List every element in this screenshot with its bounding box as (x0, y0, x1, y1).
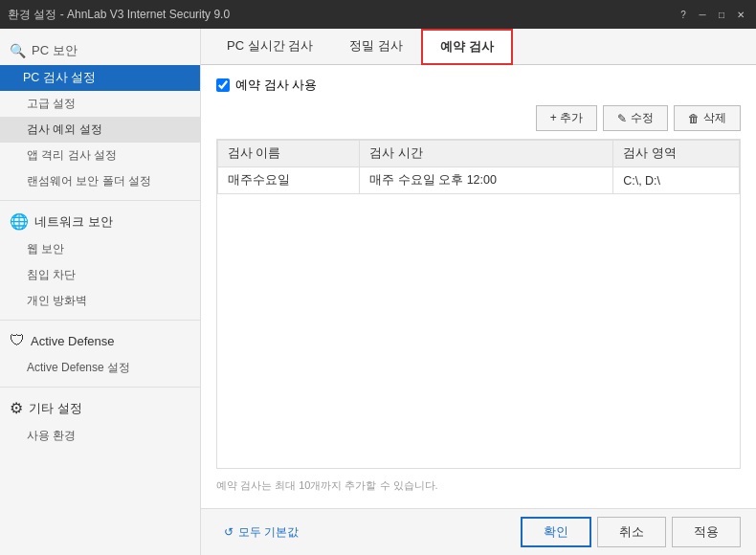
bottom-right: 확인 취소 적용 (521, 517, 741, 547)
action-buttons: + 추가 ✎ 수정 🗑 삭제 (216, 105, 741, 131)
divider-3 (0, 387, 200, 388)
sidebar-item-active-defense-settings[interactable]: Active Defense 설정 (0, 355, 200, 381)
tab-scheduled-scan[interactable]: 예약 검사 (421, 29, 513, 65)
titlebar-title: 환경 설정 - AhnLab V3 Internet Security 9.0 (8, 7, 230, 23)
other-settings-label: 기타 설정 (29, 400, 82, 417)
sidebar-section-network: 🌐 네트워크 보안 (0, 207, 200, 236)
maximize-button[interactable]: □ (714, 7, 729, 22)
main-window: 🔍 PC 보안 PC 검사 설정 고급 설정 검사 예외 설정 앱 격리 검사 … (0, 29, 756, 555)
sidebar-item-web-security[interactable]: 웹 보안 (0, 236, 200, 262)
network-icon: 🌐 (10, 212, 29, 231)
active-defense-label: Active Defense (31, 334, 114, 348)
enable-scheduled-scan-row: 예약 검사 사용 (216, 77, 741, 94)
col-header-time: 검사 시간 (360, 141, 613, 167)
bottom-bar: ↺ 모두 기본값 확인 취소 적용 (201, 508, 756, 555)
trash-icon: 🗑 (688, 112, 700, 125)
sidebar-label-ransomware: 랜섬웨어 보안 폴더 설정 (27, 174, 151, 188)
sidebar-label-web-security: 웹 보안 (27, 242, 64, 255)
table-cell-time: 매주 수요일 오후 12:00 (360, 167, 613, 194)
sidebar-label-scan-exception: 검사 예외 설정 (27, 122, 102, 136)
edit-button[interactable]: ✎ 수정 (603, 105, 668, 131)
divider-1 (0, 200, 200, 201)
shield-icon: 🛡 (10, 332, 25, 349)
table-row[interactable]: 매주수요일매주 수요일 오후 12:00C:\, D:\ (218, 167, 740, 194)
minimize-button[interactable]: ─ (695, 7, 710, 22)
sidebar-item-ransomware[interactable]: 랜섬웨어 보안 폴더 설정 (0, 168, 200, 194)
enable-scheduled-scan-checkbox[interactable] (216, 78, 230, 92)
sidebar-item-pc-scan-settings[interactable]: PC 검사 설정 (0, 65, 200, 91)
pc-security-label: PC 보안 (32, 42, 78, 59)
reset-label: 모두 기본값 (238, 524, 299, 541)
titlebar-controls: ? ─ □ ✕ (676, 7, 748, 22)
table-cell-area: C:\, D:\ (613, 167, 740, 194)
sidebar-label-active-defense-settings: Active Defense 설정 (27, 361, 130, 374)
bottom-left: ↺ 모두 기본값 (216, 521, 306, 544)
sidebar-section-other-settings: ⚙ 기타 설정 (0, 393, 200, 423)
main-panel: PC 실시간 검사 정밀 검사 예약 검사 예약 검사 사용 (201, 29, 756, 555)
tab-precise-scan[interactable]: 정밀 검사 (331, 29, 421, 65)
tab-realtime-scan[interactable]: PC 실시간 검사 (209, 29, 331, 65)
apply-button[interactable]: 적용 (672, 517, 741, 547)
sidebar-label-advanced: 고급 설정 (27, 97, 76, 110)
divider-2 (0, 320, 200, 321)
titlebar: 환경 설정 - AhnLab V3 Internet Security 9.0 … (0, 0, 756, 29)
sidebar-label-personal-firewall: 개인 방화벽 (27, 294, 87, 307)
search-icon: 🔍 (10, 43, 26, 58)
content-area: 🔍 PC 보안 PC 검사 설정 고급 설정 검사 예외 설정 앱 격리 검사 … (0, 29, 756, 555)
sidebar-item-scan-exception[interactable]: 검사 예외 설정 (0, 117, 200, 143)
panel-content: 예약 검사 사용 + 추가 ✎ 수정 🗑 삭제 (201, 65, 756, 508)
close-button[interactable]: ✕ (733, 7, 748, 22)
schedule-table: 검사 이름 검사 시간 검사 영역 매주수요일매주 수요일 오후 12:00C:… (217, 140, 740, 194)
confirm-button[interactable]: 확인 (521, 517, 591, 547)
help-button[interactable]: ? (676, 7, 691, 22)
sidebar-label-pc-scan: PC 검사 설정 (23, 71, 96, 84)
cancel-button[interactable]: 취소 (597, 517, 666, 547)
sidebar-item-usage-env[interactable]: 사용 환경 (0, 423, 200, 449)
enable-scheduled-scan-label: 예약 검사 사용 (235, 77, 317, 94)
reset-defaults-button[interactable]: ↺ 모두 기본값 (216, 521, 306, 544)
sidebar-label-app-quarantine: 앱 격리 검사 설정 (27, 148, 117, 162)
sidebar-item-app-quarantine[interactable]: 앱 격리 검사 설정 (0, 143, 200, 168)
sidebar-section-active-defense: 🛡 Active Defense (0, 326, 200, 355)
sidebar-item-personal-firewall[interactable]: 개인 방화벽 (0, 288, 200, 314)
sidebar-label-intrusion-block: 침입 차단 (27, 268, 76, 281)
sidebar-label-usage-env: 사용 환경 (27, 429, 76, 442)
schedule-table-container: 검사 이름 검사 시간 검사 영역 매주수요일매주 수요일 오후 12:00C:… (216, 139, 741, 469)
sidebar-section-pc-security: 🔍 PC 보안 (0, 36, 200, 65)
sidebar-item-intrusion-block[interactable]: 침입 차단 (0, 262, 200, 288)
col-header-area: 검사 영역 (613, 141, 740, 167)
table-cell-name: 매주수요일 (218, 167, 360, 194)
gear-icon: ⚙ (10, 399, 23, 417)
delete-button[interactable]: 🗑 삭제 (674, 105, 741, 131)
sidebar: 🔍 PC 보안 PC 검사 설정 고급 설정 검사 예외 설정 앱 격리 검사 … (0, 29, 201, 555)
add-button[interactable]: + 추가 (536, 105, 597, 131)
sidebar-item-advanced-settings[interactable]: 고급 설정 (0, 91, 200, 117)
network-security-label: 네트워크 보안 (34, 213, 113, 231)
tab-bar: PC 실시간 검사 정밀 검사 예약 검사 (201, 29, 756, 65)
refresh-icon: ↺ (224, 525, 233, 539)
schedule-note: 예약 검사는 최대 10개까지 추가할 수 있습니다. (216, 475, 741, 497)
col-header-name: 검사 이름 (218, 141, 360, 167)
edit-icon: ✎ (617, 112, 627, 125)
